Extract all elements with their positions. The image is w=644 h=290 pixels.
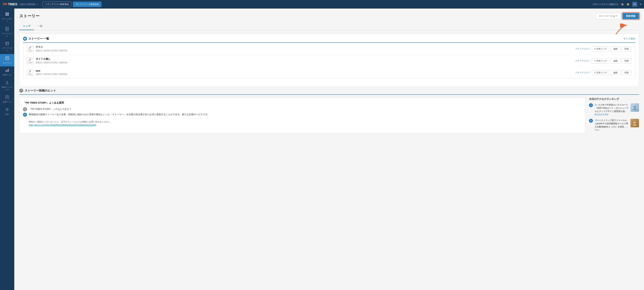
story-actions-2: メディアリスト ↗ 共有リンク 編集 削除 bbox=[575, 58, 632, 63]
svg-point-30 bbox=[633, 109, 636, 110]
page-header-actions: ストーリーとは？ 新規登録 bbox=[596, 13, 639, 19]
ranking-num-1: 1 bbox=[589, 103, 593, 107]
support-desk-link[interactable]: サポートデスクに相談する bbox=[592, 3, 618, 6]
story-tabs: トップ 一覧 bbox=[19, 23, 639, 30]
svg-point-29 bbox=[634, 106, 636, 108]
story-delete-btn-3[interactable]: 削除 bbox=[622, 70, 632, 75]
sidebar-item-settings[interactable]: 設定 › bbox=[0, 105, 14, 118]
hint-section-title: ストーリー投稿のヒント bbox=[25, 89, 56, 93]
see-all-link[interactable]: すべて表示 bbox=[624, 37, 635, 40]
media-list-chevron-icon: › bbox=[13, 46, 14, 48]
story-share-link-btn-1[interactable]: ↗ 共有リンク bbox=[592, 46, 609, 52]
ranking-thumb-img-1 bbox=[630, 103, 639, 112]
settings-chevron-icon: › bbox=[13, 111, 14, 112]
svg-point-21 bbox=[6, 109, 8, 110]
svg-rect-16 bbox=[8, 69, 9, 72]
faq-answer-text-1: 開発秘話や創業ストーリーなど企業・団体内に秘められた背景や裏話といった「ストーリ… bbox=[29, 113, 210, 116]
analytics-icon bbox=[5, 68, 9, 73]
story-edit-btn-2[interactable]: 編集 bbox=[611, 58, 620, 63]
nav-dropdown-icon[interactable]: ▾ bbox=[640, 3, 641, 5]
story-edit-btn-1[interactable]: 編集 bbox=[611, 46, 620, 52]
svg-line-28 bbox=[30, 71, 30, 71]
press-release-new-button[interactable]: プレスリリース新規登録 bbox=[73, 1, 102, 7]
tab-top[interactable]: トップ bbox=[19, 23, 34, 30]
story-list-title: ストーリー 一覧 bbox=[28, 37, 49, 41]
svg-point-32 bbox=[633, 124, 636, 126]
logo-times: TIMES bbox=[7, 2, 17, 6]
svg-line-27 bbox=[30, 59, 30, 59]
story-share-link-btn-3[interactable]: ↗ 共有リンク bbox=[592, 70, 609, 75]
ranking-sidebar: 今日のアクセスランキング 1 たった1年で平和堂のハウスカード「HOP-VISA… bbox=[589, 98, 639, 134]
share-icon-1: ↗ bbox=[594, 48, 596, 50]
tab-list[interactable]: 一覧 bbox=[34, 23, 46, 30]
admin-label[interactable]: 企業向け管理画面 bbox=[20, 3, 35, 6]
ranking-item-title-1[interactable]: たった1年で平和堂のハウスカード「HOP-VISAカード」のリニューアルとグッド… bbox=[595, 103, 629, 113]
story-delete-btn-1[interactable]: 削除 bbox=[622, 46, 632, 52]
avatar-icon: PR bbox=[634, 3, 636, 5]
sidebar-item-story[interactable]: ストーリー bbox=[0, 54, 14, 66]
svg-rect-15 bbox=[7, 70, 8, 72]
share-icon-3: ↗ bbox=[594, 71, 596, 74]
story-media-list-link-2[interactable]: メディアリスト bbox=[575, 59, 590, 62]
svg-rect-11 bbox=[6, 57, 9, 60]
faq-a-label: A bbox=[23, 113, 27, 117]
story-draft-icon-3: 下書き bbox=[27, 69, 33, 76]
content-area: ストーリー ストーリーとは？ 新規登録 トップ 一覧 bbox=[14, 8, 644, 290]
story-icon bbox=[5, 56, 9, 61]
story-draft-icon-1: 下書き bbox=[27, 46, 33, 52]
story-meta-2: 更新日: 2024年1月28日 16時04分 bbox=[36, 61, 572, 64]
faq-item-1: Q 「PR TIMES STORY」ってなんですか？ A 開発秘話や創業ストーリ… bbox=[23, 107, 582, 127]
sidebar-item-story-label: ストーリー bbox=[3, 62, 12, 64]
ranking-thumb-img-2 bbox=[630, 119, 639, 127]
svg-rect-1 bbox=[7, 12, 9, 14]
story-draft-icon-2: 下書き bbox=[27, 58, 33, 64]
company-page-chevron-icon: › bbox=[13, 98, 14, 100]
press-release-icon bbox=[5, 27, 9, 32]
media-list-icon bbox=[5, 42, 9, 46]
new-register-button[interactable]: 新規登録 bbox=[622, 13, 639, 19]
story-actions-3: メディアリスト ↗ 共有リンク 編集 削除 bbox=[575, 70, 632, 75]
ranking-num-2: 2 bbox=[589, 119, 593, 123]
media-list-new-button[interactable]: メディアリスト新規登録 bbox=[42, 1, 72, 7]
ranking-title: 今日のアクセスランキング bbox=[589, 98, 639, 101]
user-avatar[interactable]: PR bbox=[632, 2, 637, 7]
svg-point-31 bbox=[634, 122, 636, 124]
sidebar-item-dashboard-label: ダッシュボード bbox=[2, 18, 13, 23]
main-layout: ダッシュボード プレスリリース › メディアリスト › ストーリー bbox=[0, 8, 644, 290]
story-info-3: test 更新日: 2024年1月28日 16時04分 bbox=[36, 69, 572, 76]
dashboard-icon bbox=[5, 12, 9, 17]
story-name-1: テスト bbox=[36, 45, 572, 49]
story-share-link-btn-2[interactable]: ↗ 共有リンク bbox=[592, 58, 609, 63]
story-edit-btn-3[interactable]: 編集 bbox=[611, 70, 620, 75]
web-clipping-icon bbox=[5, 80, 9, 85]
story-name-3: test bbox=[36, 69, 572, 72]
svg-rect-2 bbox=[6, 14, 7, 16]
admin-chevron-icon[interactable]: ▾ bbox=[36, 3, 38, 5]
what-is-story-button[interactable]: ストーリーとは？ bbox=[596, 13, 620, 19]
logo-pr: PR bbox=[3, 2, 7, 6]
notification-icon[interactable]: 🔔 bbox=[627, 3, 629, 5]
sidebar-item-media-list[interactable]: メディアリスト › bbox=[0, 40, 14, 54]
ranking-company-1[interactable]: 株式会社平和堂 bbox=[595, 113, 629, 116]
story-media-list-link-3[interactable]: メディアリスト bbox=[575, 71, 590, 74]
story-delete-btn-2[interactable]: 削除 bbox=[622, 58, 632, 63]
sidebar-item-press-release[interactable]: プレスリリース › bbox=[0, 25, 14, 40]
svg-rect-25 bbox=[25, 39, 25, 40]
story-list: 下書き テスト 更新日: 2024年1月28日 16時04分 メディアリスト ↗… bbox=[23, 43, 635, 78]
table-row: 下書き テスト 更新日: 2024年1月28日 16時04分 メディアリスト ↗… bbox=[23, 43, 635, 55]
sidebar-item-analytics[interactable]: 分析データ › bbox=[0, 66, 14, 78]
ranking-item-title-2[interactable]: ブートストラップ型でリリースから約3年半で請求書受取サービス導入社数実績No.1… bbox=[595, 119, 629, 129]
hint-main: 「PR TIMES STORY」よくある質問 Q 「PR TIMES STORY… bbox=[19, 98, 586, 133]
ranking-company-2[interactable]: invox bbox=[595, 129, 629, 131]
story-media-list-link-1[interactable]: メディアリスト bbox=[575, 47, 590, 50]
logo-area: PR TIMES 企業向け管理画面 ▾ bbox=[3, 2, 38, 6]
sidebar-item-dashboard[interactable]: ダッシュボード bbox=[0, 10, 14, 25]
hint-section: 「PR TIMES STORY」よくある質問 Q 「PR TIMES STORY… bbox=[19, 98, 639, 134]
page-header: ストーリー ストーリーとは？ 新規登録 bbox=[19, 13, 639, 19]
sidebar-item-company-page[interactable]: 企業ページ › bbox=[0, 93, 14, 105]
sidebar-item-web-clipping[interactable]: Webクリッピング bbox=[0, 78, 14, 93]
svg-rect-3 bbox=[7, 14, 9, 16]
faq-link-1[interactable]: https://tayori.com/form/536e9f54c53fb0fa… bbox=[29, 124, 96, 126]
bookmark-icon[interactable]: 📚 bbox=[621, 3, 624, 5]
hint-section-header: ? ストーリー投稿のヒント bbox=[19, 89, 639, 95]
